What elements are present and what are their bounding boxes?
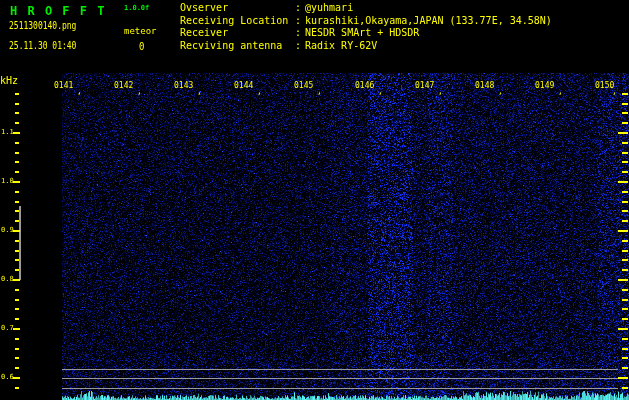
time-tick-mark: , (438, 87, 443, 96)
level-reference-line (62, 388, 618, 389)
output-filename: 2511300140.png (9, 21, 76, 32)
time-tick-mark: , (197, 87, 202, 96)
freq-tick (15, 357, 19, 359)
time-tick-mark: , (378, 87, 383, 96)
freq-tick (618, 328, 628, 330)
freq-tick (15, 259, 19, 261)
meteor-count-label: meteor (124, 27, 157, 36)
freq-tick (15, 220, 19, 222)
freq-tick (622, 152, 628, 154)
hrofft-window: H R O F F T 1.0.0f 2511300140.png meteor… (0, 0, 629, 400)
freq-tick (622, 191, 628, 193)
time-tick-mark: , (317, 87, 322, 96)
info-label: Receiving Location (180, 15, 295, 26)
app-version: 1.0.0f (124, 5, 149, 12)
freq-axis-unit: kHz (0, 76, 18, 86)
station-info: Ovserver : @yuhmari Receiving Location :… (180, 2, 552, 52)
level-reference-line (62, 369, 618, 370)
freq-tick-label: 0.6 (1, 373, 15, 381)
freq-tick (15, 240, 19, 242)
freq-tick (15, 308, 19, 310)
freq-tick (15, 387, 19, 389)
level-reference-line (62, 378, 618, 379)
freq-tick (622, 318, 628, 320)
freq-tick (622, 269, 628, 271)
time-tick-label: 0149 (535, 81, 554, 90)
info-label: Receiver (180, 27, 295, 38)
freq-tick (15, 348, 19, 350)
freq-tick (622, 338, 628, 340)
app-title: H R O F F T (10, 4, 106, 17)
time-tick-mark: , (77, 87, 82, 96)
freq-tick (622, 122, 628, 124)
freq-tick (15, 122, 19, 124)
info-value: Radix RY-62V (305, 40, 377, 51)
info-value: kurashiki,Okayama,JAPAN (133.77E, 34.58N… (305, 15, 552, 26)
freq-tick (15, 338, 19, 340)
freq-tick (622, 308, 628, 310)
info-row-location: Receiving Location : kurashiki,Okayama,J… (180, 15, 552, 28)
freq-tick-label: 0.8 (1, 275, 15, 283)
freq-tick (15, 171, 19, 173)
time-tick-mark: , (612, 87, 617, 96)
freq-tick (15, 299, 19, 301)
spectrogram-canvas (0, 0, 629, 400)
freq-tick (15, 367, 19, 369)
time-tick-mark: , (498, 87, 503, 96)
freq-tick (618, 377, 628, 379)
freq-tick (622, 387, 628, 389)
freq-tick (618, 181, 628, 183)
freq-tick (618, 230, 628, 232)
freq-tick (15, 250, 19, 252)
freq-tick (15, 112, 19, 114)
freq-tick (622, 210, 628, 212)
freq-tick (622, 171, 628, 173)
freq-tick (622, 161, 628, 163)
time-tick-label: 0143 (174, 81, 193, 90)
freq-tick (622, 259, 628, 261)
meteor-count-value: 0 (139, 42, 144, 53)
freq-tick (622, 142, 628, 144)
freq-tick (622, 289, 628, 291)
freq-tick (15, 269, 19, 271)
info-colon: : (295, 2, 305, 13)
freq-tick (622, 201, 628, 203)
freq-tick (618, 279, 628, 281)
time-tick-mark: , (137, 87, 142, 96)
freq-tick (622, 103, 628, 105)
freq-tick (15, 103, 19, 105)
freq-tick (618, 132, 628, 134)
freq-tick (622, 348, 628, 350)
freq-tick (15, 318, 19, 320)
detection-band-marker (19, 206, 21, 280)
info-row-observer: Ovserver : @yuhmari (180, 2, 552, 15)
freq-tick (15, 201, 19, 203)
freq-tick (15, 191, 19, 193)
freq-tick (622, 112, 628, 114)
freq-tick (15, 289, 19, 291)
time-tick-label: 0144 (234, 81, 253, 90)
freq-tick-label: 0.9 (1, 226, 15, 234)
freq-tick-label: 1.0 (1, 177, 15, 185)
info-colon: : (295, 40, 305, 51)
freq-tick (622, 93, 628, 95)
time-tick-label: 0141 (54, 81, 73, 90)
info-row-receiver: Receiver : NESDR SMArt + HDSDR (180, 27, 552, 40)
time-tick-label: 0148 (475, 81, 494, 90)
freq-tick (15, 152, 19, 154)
info-colon: : (295, 15, 305, 26)
info-colon: : (295, 27, 305, 38)
time-tick-mark: , (257, 87, 262, 96)
freq-tick-label: 0.7 (1, 324, 15, 332)
time-tick-label: 0146 (355, 81, 374, 90)
info-value: @yuhmari (305, 2, 353, 13)
time-tick-label: 0145 (294, 81, 313, 90)
freq-tick (622, 220, 628, 222)
freq-tick (15, 210, 19, 212)
freq-tick-label: 1.1 (1, 128, 15, 136)
freq-tick (622, 357, 628, 359)
freq-tick (15, 93, 19, 95)
time-tick-label: 0147 (415, 81, 434, 90)
freq-tick (622, 240, 628, 242)
info-label: Ovserver (180, 2, 295, 13)
